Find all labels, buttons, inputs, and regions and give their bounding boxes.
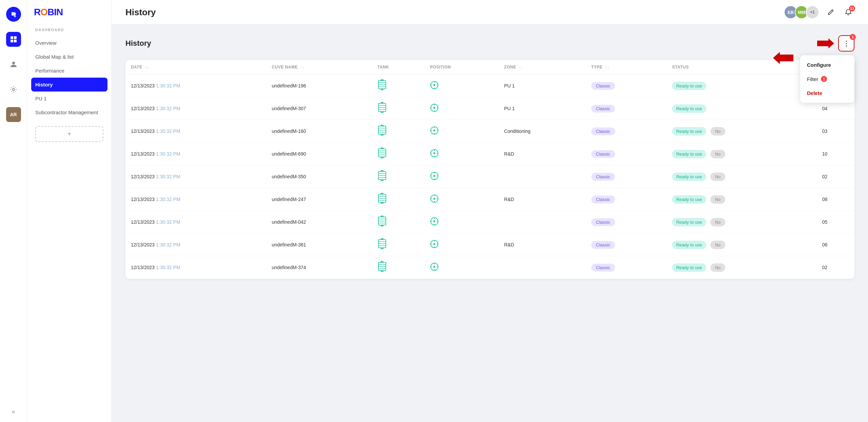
cell-status: Ready to use <box>667 75 816 97</box>
sidebar-icons-panel: AR « <box>0 0 27 422</box>
cell-cuve: undefinedM-196 <box>266 75 372 97</box>
content-title: History <box>125 39 151 48</box>
svg-rect-39 <box>381 134 383 136</box>
table-row[interactable]: 12/13/2023 1:30:32 PM undefinedM-196 <box>125 75 854 97</box>
cell-position <box>425 211 498 234</box>
svg-rect-86 <box>381 216 383 217</box>
cell-status: Ready to use No <box>667 234 816 256</box>
svg-point-17 <box>433 84 435 86</box>
cell-cuve: undefinedM-160 <box>266 120 372 143</box>
svg-rect-15 <box>381 88 383 90</box>
sidebar-nav-panel: ROBIN DASHBOARD Overview Global Map & li… <box>27 0 112 422</box>
table-row[interactable]: 12/13/2023 1:30:32 PM undefinedM-381 <box>125 234 854 256</box>
cell-cuve: undefinedM-042 <box>266 211 372 234</box>
svg-rect-87 <box>381 225 383 226</box>
cell-position <box>425 188 498 211</box>
sidebar-item-performance[interactable]: Performance <box>27 64 112 78</box>
cell-type: Classic <box>586 256 667 279</box>
cell-d: 03 <box>817 120 854 143</box>
cell-date: 12/13/2023 1:30:32 PM <box>125 120 266 143</box>
table-row[interactable]: 12/13/2023 1:30:32 PM undefinedM-374 <box>125 256 854 279</box>
sidebar-section-label: DASHBOARD <box>27 28 112 36</box>
cell-cuve: undefinedM-350 <box>266 165 372 188</box>
cell-date: 12/13/2023 1:30:32 PM <box>125 97 266 120</box>
three-dots-menu-button[interactable]: ⋮ 1 <box>838 35 854 52</box>
table-row[interactable]: 12/13/2023 1:30:32 PM undefinedM-247 <box>125 188 854 211</box>
cell-zone <box>499 165 586 188</box>
cell-date: 12/13/2023 1:30:32 PM <box>125 143 266 165</box>
table-row[interactable]: 12/13/2023 1:30:32 PM undefinedM-160 <box>125 120 854 143</box>
table-row[interactable]: 12/13/2023 1:30:32 PM undefinedM-307 <box>125 97 854 120</box>
cell-tank <box>372 75 425 97</box>
cell-status: Ready to use No <box>667 120 816 143</box>
menu-item-configure[interactable]: Configure <box>800 58 854 72</box>
notification-button[interactable]: 23 <box>842 6 854 18</box>
cell-tank <box>372 143 425 165</box>
cell-zone: R&D <box>499 143 586 165</box>
svg-rect-111 <box>381 270 383 272</box>
menu-item-delete[interactable]: Delete <box>800 86 854 100</box>
table-row[interactable]: 12/13/2023 1:30:32 PM undefinedM-042 <box>125 211 854 234</box>
table-row[interactable]: 12/13/2023 1:30:32 PM undefinedM-350 <box>125 165 854 188</box>
col-date[interactable]: DATE ↑↓ <box>125 60 266 75</box>
svg-marker-8 <box>817 38 834 48</box>
cell-date: 12/13/2023 1:30:32 PM <box>125 165 266 188</box>
col-cuve-name[interactable]: CUVE NAME ↑↓ <box>266 60 372 75</box>
col-zone[interactable]: ZONE ↑↓ <box>499 60 586 75</box>
cell-zone <box>499 211 586 234</box>
svg-point-89 <box>433 220 435 222</box>
page-title: History <box>125 7 156 18</box>
sidebar-item-overview[interactable]: Overview <box>27 36 112 50</box>
svg-rect-3 <box>14 36 17 39</box>
svg-rect-110 <box>381 261 383 263</box>
cell-d: 05 <box>817 211 854 234</box>
col-tank: TANK <box>372 60 425 75</box>
cell-status: Ready to use No <box>667 256 816 279</box>
sidebar-collapse-button[interactable]: « <box>12 408 15 415</box>
svg-rect-51 <box>381 157 383 158</box>
cell-status: Ready to use No <box>667 165 816 188</box>
cell-type: Classic <box>586 75 667 97</box>
svg-rect-75 <box>381 202 383 204</box>
cell-d: 02 <box>817 256 854 279</box>
content-header: History ⋮ 1 Configure <box>125 35 854 52</box>
cell-date: 12/13/2023 1:30:32 PM <box>125 256 266 279</box>
svg-point-113 <box>433 266 435 268</box>
cell-status: Ready to use No <box>667 143 816 165</box>
content-area: History ⋮ 1 Configure <box>112 25 868 422</box>
cell-type: Classic <box>586 234 667 256</box>
cell-type: Classic <box>586 143 667 165</box>
menu-item-filter[interactable]: Filter 1 <box>800 72 854 86</box>
cell-position <box>425 234 498 256</box>
svg-point-6 <box>12 62 15 64</box>
svg-rect-38 <box>381 125 383 126</box>
sidebar-dashboard-icon[interactable] <box>6 32 21 47</box>
col-type[interactable]: TYPE ↑↓ <box>586 60 667 75</box>
sidebar-item-history[interactable]: History <box>31 78 107 92</box>
svg-point-41 <box>433 129 435 132</box>
notification-badge: 23 <box>849 5 855 12</box>
svg-point-65 <box>433 175 435 177</box>
edit-button[interactable] <box>825 6 837 18</box>
cell-cuve: undefinedM-690 <box>266 143 372 165</box>
svg-rect-74 <box>381 193 383 195</box>
table-row[interactable]: 12/13/2023 1:30:32 PM undefinedM-690 <box>125 143 854 165</box>
svg-rect-50 <box>381 147 383 149</box>
sidebar-item-global-map[interactable]: Global Map & list <box>27 50 112 64</box>
sidebar-people-icon[interactable] <box>6 57 21 72</box>
cell-type: Classic <box>586 165 667 188</box>
cell-cuve: undefinedM-374 <box>266 256 372 279</box>
cell-zone <box>499 256 586 279</box>
arrow-right-button[interactable] <box>817 35 834 52</box>
sidebar-item-pu1[interactable]: PU 1 <box>27 92 112 105</box>
app-logo <box>6 7 21 22</box>
cell-type: Classic <box>586 97 667 120</box>
avatar-group: EB MM +1 <box>784 5 819 19</box>
sidebar-item-subcontractor[interactable]: Subcontractor Management <box>27 105 112 119</box>
filter-badge: 1 <box>821 76 827 82</box>
add-item-button[interactable]: + <box>35 126 103 142</box>
sidebar-ar-button[interactable]: AR <box>6 107 21 122</box>
svg-rect-62 <box>381 170 383 172</box>
sidebar-settings-icon[interactable] <box>6 82 21 97</box>
history-table: DATE ↑↓ CUVE NAME ↑↓ TANK POSITION <box>125 60 854 279</box>
